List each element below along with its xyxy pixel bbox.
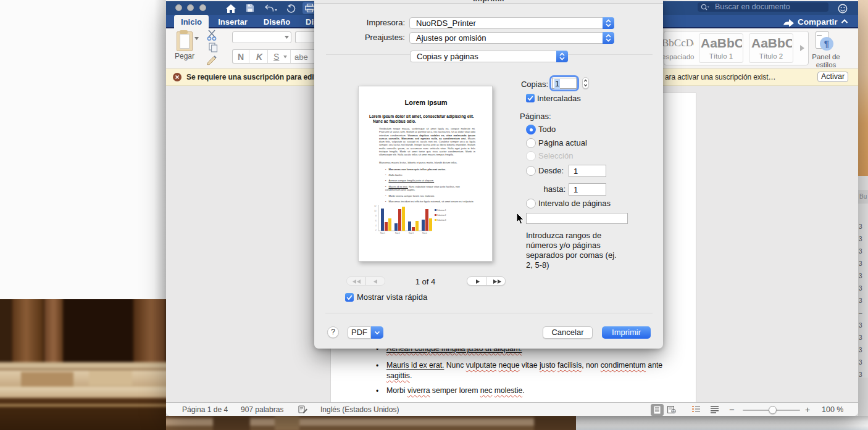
svg-text:4: 4 (375, 225, 377, 227)
svg-text:10: 10 (374, 210, 377, 212)
svg-text:Row 4: Row 4 (422, 232, 427, 234)
svg-text:8: 8 (375, 215, 377, 217)
svg-text:Columna 1: Columna 1 (437, 209, 446, 212)
svg-text:2: 2 (375, 229, 377, 231)
svg-text:12: 12 (374, 205, 377, 207)
svg-text:Row 3: Row 3 (409, 232, 414, 234)
svg-text:Columna 2: Columna 2 (437, 214, 446, 217)
svg-text:6: 6 (375, 220, 377, 222)
svg-text:Columna 3: Columna 3 (437, 219, 446, 221)
svg-text:Row 1: Row 1 (380, 232, 385, 234)
svg-text:Row 2: Row 2 (395, 232, 400, 234)
